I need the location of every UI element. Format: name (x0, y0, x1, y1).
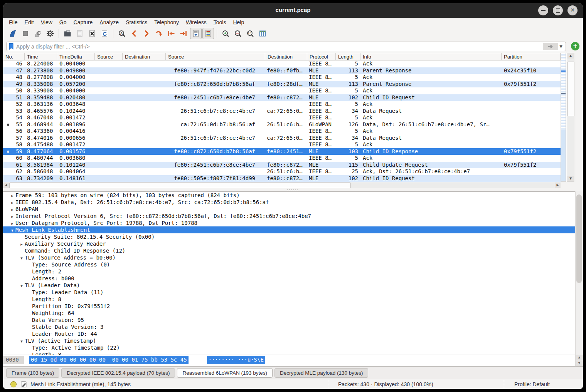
filter-add-button[interactable]: + (571, 42, 579, 50)
detail-row[interactable]: Data Version: 95 (3, 317, 575, 323)
hex-ascii-selected[interactable]: ········ ···u·S\E (207, 356, 265, 364)
toolbar-reload-button[interactable] (99, 28, 110, 39)
menu-analyze[interactable]: Analyze (96, 18, 122, 26)
toolbar-colorize-button[interactable] (202, 28, 214, 39)
toolbar-resize-columns-button[interactable] (257, 28, 268, 39)
toolbar-file-save-button[interactable] (74, 28, 86, 39)
toolbar-go-back-button[interactable] (128, 28, 140, 39)
detail-row[interactable]: Command: Child ID Response (12) (3, 247, 575, 254)
scroll-up-arrow[interactable]: ▲ (567, 53, 574, 59)
menu-tools[interactable]: Tools (210, 18, 230, 26)
byte-view-tab[interactable]: Decrypted MLE payload (130 bytes) (274, 368, 368, 378)
details-scroll-thumb[interactable] (576, 194, 582, 283)
packet-row-58[interactable]: 588.4754880.001472IEEE 8…5Ack (3, 141, 561, 148)
bookmark-icon[interactable] (8, 43, 14, 50)
column-header-timedelta-2[interactable]: TimeDelta (57, 53, 95, 60)
profile-status[interactable]: Profile: Default (504, 380, 583, 389)
vertical-scrollbar[interactable]: ▲ ▼ (567, 53, 574, 182)
packet-row-56[interactable]: 568.4733600.004416IEEE 8…5Ack (3, 128, 561, 135)
packet-row-63[interactable]: 638.7342090.148161fe80::505e:f807:7f81:4… (3, 175, 561, 182)
packet-row-57[interactable]: 578.4740160.00065626:51:c6:b7:e8:ce:4b:e… (3, 135, 561, 142)
toolbar-capture-restart-button[interactable] (32, 28, 44, 39)
details-vscrollbar[interactable] (575, 191, 583, 355)
packet-list-hscrollbar[interactable]: ◀ ▶ (3, 182, 561, 188)
minimize-button[interactable] (538, 5, 548, 15)
packet-row-53[interactable]: 538.4655760.10244026:51:c6:b7:e8:ce:4b:e… (3, 108, 561, 115)
packet-row-54[interactable]: 548.4670480.001472IEEE 8…5Ack (3, 114, 561, 121)
detail-row[interactable]: Length: 8 (3, 296, 575, 303)
column-header-length-8[interactable]: Length (336, 53, 360, 60)
intelligent-scrollbar-minimap[interactable] (561, 53, 566, 182)
detail-row[interactable]: ▸Frame 59: 103 bytes on wire (824 bits),… (3, 192, 575, 199)
detail-row[interactable]: ▸Internet Protocol Version 6, Src: fe80:… (3, 213, 575, 219)
detail-row[interactable]: ▾TLV (Leader Data) (3, 282, 575, 289)
toolbar-go-to-packet-button[interactable] (153, 28, 165, 39)
expander-expanded-icon[interactable]: ▾ (19, 283, 25, 290)
close-button[interactable]: ✕ (567, 5, 578, 15)
column-header-partition-10[interactable]: Partition (502, 53, 561, 60)
menu-go[interactable]: Go (56, 18, 70, 26)
packet-row-61[interactable]: 618.5819840.101240fe80::2451:c6b7:e8ce:4… (3, 162, 561, 169)
detail-row[interactable]: Security Suite: 802.15.4 Security (0x00) (3, 233, 575, 240)
detail-row[interactable]: Length: 2 (3, 268, 575, 275)
expander-expanded-icon[interactable]: ▾ (9, 227, 15, 234)
column-header-no-0[interactable]: No. (3, 53, 25, 60)
menu-edit[interactable]: Edit (21, 18, 37, 26)
toolbar-capture-start-button[interactable] (7, 28, 19, 39)
byte-view-tab-active[interactable]: Reassembled 6LoWPAN (193 bytes) (177, 368, 273, 378)
packet-row-48[interactable]: 488.2778080.004000IEEE 8…5Ack (3, 74, 561, 81)
bytes-scroll-down-arrow[interactable]: ▼ (576, 360, 583, 366)
detail-row[interactable]: Length: 8 (3, 351, 575, 355)
maximize-button[interactable] (553, 5, 563, 15)
bytes-scroll-up-arrow[interactable]: ▲ (576, 355, 583, 360)
toolbar-find-packet-button[interactable]: A (116, 28, 128, 39)
detail-row[interactable]: ▸Auxiliary Security Header (3, 240, 575, 247)
toolbar-file-open-button[interactable] (62, 28, 73, 39)
toolbar-go-first-button[interactable] (165, 28, 177, 39)
toolbar-zoom-out-button[interactable] (232, 28, 244, 39)
detail-row[interactable]: ▾TLV (Active Timestamp) (3, 337, 575, 344)
detail-row[interactable]: Type: Active Timestamp (22) (3, 344, 575, 351)
menu-file[interactable]: File (5, 18, 21, 26)
detail-row[interactable]: ▸6LoWPAN (3, 206, 575, 213)
toolbar-capture-options-button[interactable] (44, 28, 56, 39)
scroll-down-arrow[interactable]: ▼ (567, 176, 574, 181)
detail-row[interactable]: Address: b000 (3, 275, 575, 282)
horizontal-scroll-thumb[interactable] (9, 183, 351, 188)
detail-row[interactable]: Leader Router ID: 44 (3, 330, 575, 337)
scroll-left-arrow[interactable]: ◀ (3, 183, 9, 188)
column-header-destination-4[interactable]: Destination (123, 53, 166, 60)
menu-wireless[interactable]: Wireless (182, 18, 210, 26)
byte-view-tab[interactable]: Frame (103 bytes) (6, 368, 59, 378)
menu-capture[interactable]: Capture (70, 18, 96, 26)
detail-row[interactable]: Weighting: 64 (3, 310, 575, 317)
menu-telephony[interactable]: Telephony (151, 18, 182, 26)
pane-splitter[interactable] (3, 188, 583, 191)
column-header-info-9[interactable]: Info (360, 53, 502, 60)
packet-row-60[interactable]: 608.4807440.003680IEEE 8…5Ack (3, 155, 561, 162)
detail-row[interactable]: Stable Data Version: 3 (3, 323, 575, 330)
hex-row[interactable]: 003000 15 0d 00 00 00 00 00 00 00 01 75 … (3, 356, 575, 364)
toolbar-capture-stop-button[interactable] (20, 28, 31, 39)
capture-file-properties-icon[interactable] (10, 381, 17, 388)
packet-row-46[interactable]: 468.2240080.004000IEEE 8…5Ack (3, 60, 561, 67)
display-filter-input[interactable]: Apply a display filter ... <Ctrl-/> ▼ (6, 42, 566, 51)
packet-row-59[interactable]: 598.4770640.001576fe80::c872:650d:b7b8:5… (3, 148, 561, 155)
toolbar-auto-scroll-button[interactable] (190, 28, 202, 39)
filter-apply-button[interactable] (543, 43, 558, 50)
byte-view-tab[interactable]: Decrypted IEEE 802.15.4 payload (70 byte… (61, 368, 175, 378)
hex-bytes-selected[interactable]: 00 15 0d 00 00 00 00 00 00 00 01 75 bb 5… (29, 356, 189, 364)
detail-row[interactable]: ▾TLV (Source Address = b0:00) (3, 254, 575, 261)
column-header-destination-6[interactable]: Destination (265, 53, 307, 60)
detail-row[interactable]: Type: Leader Data (11) (3, 289, 575, 296)
vertical-scroll-thumb[interactable] (567, 62, 574, 116)
toolbar-file-close-button[interactable] (86, 28, 98, 39)
toolbar-go-last-button[interactable] (178, 28, 189, 39)
packet-row-47[interactable]: 478.2738080.049800fe80::947f:f476:22bc:c… (3, 67, 561, 74)
scroll-right-arrow[interactable]: ▶ (555, 183, 561, 188)
packet-row-62[interactable]: 628.5860480.00406426:51:c6:b…IEEE 8…25Ac… (3, 168, 561, 175)
menu-statistics[interactable]: Statistics (122, 18, 151, 26)
bytes-vscrollbar[interactable]: ▲ ▼ (575, 355, 583, 366)
column-header-time-1[interactable]: Time (25, 53, 57, 60)
detail-row[interactable]: Partition ID: 0x79f551f2 (3, 303, 575, 310)
